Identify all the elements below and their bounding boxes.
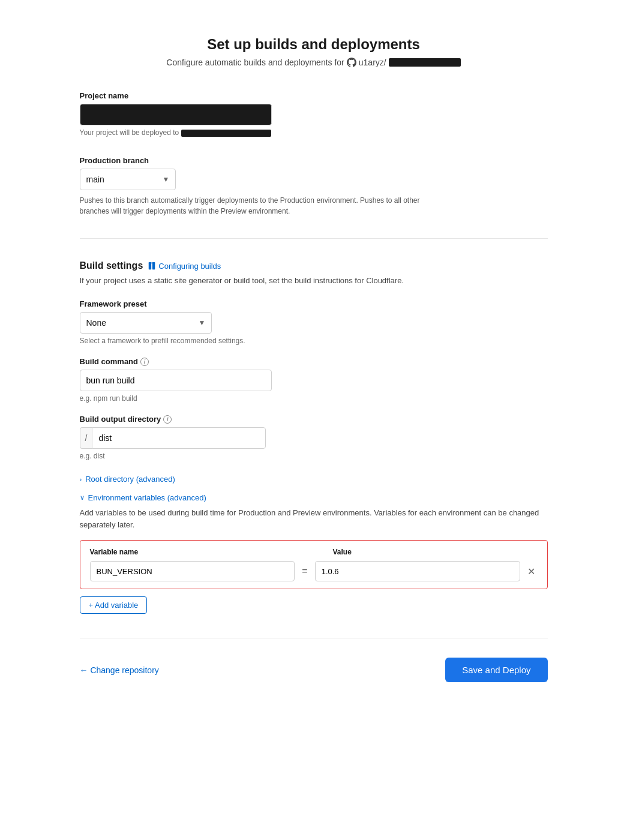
framework-preset-field: Framework preset None React Vue Angular …: [80, 299, 548, 345]
build-settings-description: If your project uses a static site gener…: [80, 276, 548, 285]
production-branch-select[interactable]: main: [80, 169, 176, 190]
dir-prefix: /: [80, 427, 92, 449]
build-output-hint: e.g. dist: [80, 452, 548, 460]
build-output-info-icon[interactable]: i: [163, 415, 172, 424]
configuring-builds-link[interactable]: Configuring builds: [148, 262, 221, 271]
subtitle-prefix: Configure automatic builds and deploymen…: [166, 58, 344, 67]
change-repo-label: ← Change repository: [80, 665, 159, 675]
framework-preset-label: Framework preset: [80, 299, 548, 308]
framework-hint: Select a framework to prefill recommende…: [80, 337, 548, 345]
root-directory-collapsible[interactable]: › Root directory (advanced): [80, 475, 548, 484]
branch-description: Pushes to this branch automatically trig…: [80, 195, 440, 217]
output-dir-row: /: [80, 427, 548, 449]
footer-actions: ← Change repository Save and Deploy: [80, 638, 548, 682]
env-description: Add variables to be used during build ti…: [80, 507, 548, 530]
save-deploy-label: Save and Deploy: [462, 665, 530, 675]
env-value-input[interactable]: [315, 561, 520, 581]
env-name-input[interactable]: [90, 561, 295, 581]
page-subtitle: Configure automatic builds and deploymen…: [80, 58, 548, 67]
root-dir-chevron-icon: ›: [80, 476, 82, 483]
env-variables-table: Variable name Value = ✕: [80, 540, 548, 589]
env-col-name-header: Variable name: [90, 548, 295, 556]
build-command-label: Build command: [80, 357, 139, 366]
env-col-value-header: Value: [333, 548, 538, 556]
env-equals-sign: =: [299, 566, 310, 577]
root-directory-label: Root directory (advanced): [85, 475, 175, 484]
project-name-input[interactable]: [80, 104, 272, 125]
production-branch-section: Production branch main ▼ Pushes to this …: [80, 156, 548, 217]
build-settings-section: Build settings Configuring builds If you…: [80, 260, 548, 614]
build-command-hint: e.g. npm run build: [80, 394, 548, 403]
build-output-directory-field: Build output directory i / e.g. dist: [80, 415, 548, 460]
build-settings-header: Build settings Configuring builds: [80, 260, 548, 271]
production-branch-label: Production branch: [80, 156, 548, 165]
build-command-input[interactable]: [80, 370, 272, 391]
env-vars-chevron-icon: ∨: [80, 494, 85, 502]
project-name-label: Project name: [80, 91, 548, 100]
build-command-label-row: Build command i: [80, 357, 548, 366]
build-settings-title: Build settings: [80, 260, 143, 271]
build-output-label-row: Build output directory i: [80, 415, 548, 424]
build-output-label: Build output directory: [80, 415, 161, 424]
project-name-section: Project name Your project will be deploy…: [80, 91, 548, 137]
framework-preset-select[interactable]: None React Vue Angular Next.js Nuxt.js G…: [80, 312, 212, 334]
section-divider: [80, 238, 548, 239]
configuring-builds-label: Configuring builds: [158, 262, 221, 271]
page-title: Set up builds and deployments: [80, 36, 548, 53]
save-and-deploy-button[interactable]: Save and Deploy: [445, 658, 547, 682]
svg-rect-2: [149, 262, 155, 264]
env-variable-row: = ✕: [90, 561, 538, 581]
deployed-to-hint: Your project will be deployed to: [80, 128, 548, 137]
build-command-info-icon[interactable]: i: [140, 358, 149, 366]
add-variable-button[interactable]: + Add variable: [80, 596, 148, 614]
build-command-field: Build command i e.g. npm run build: [80, 357, 548, 403]
env-delete-button[interactable]: ✕: [525, 563, 538, 580]
book-icon: [148, 262, 156, 270]
env-vars-header[interactable]: ∨ Environment variables (advanced): [80, 493, 548, 502]
github-user: u1aryz/: [359, 58, 386, 67]
page-header: Set up builds and deployments Configure …: [80, 36, 548, 67]
deployed-to-url-redacted: [181, 130, 271, 137]
production-branch-select-wrapper: main ▼: [80, 169, 176, 190]
framework-select-wrapper: None React Vue Angular Next.js Nuxt.js G…: [80, 312, 212, 334]
add-variable-label: + Add variable: [89, 601, 139, 610]
env-table-header: Variable name Value: [90, 548, 538, 556]
env-vars-title: Environment variables (advanced): [88, 493, 206, 502]
repo-name-redacted: [389, 58, 461, 67]
change-repository-button[interactable]: ← Change repository: [80, 665, 159, 675]
github-icon: [347, 58, 356, 67]
build-output-input[interactable]: [92, 427, 266, 449]
env-vars-section: ∨ Environment variables (advanced) Add v…: [80, 493, 548, 614]
